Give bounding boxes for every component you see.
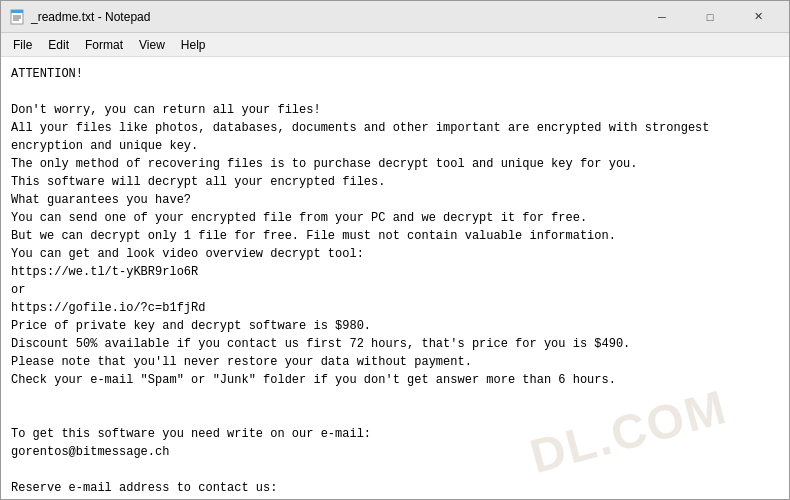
notepad-icon: [9, 9, 25, 25]
title-bar-left: _readme.txt - Notepad: [9, 9, 150, 25]
document-text: ATTENTION! Don't worry, you can return a…: [11, 65, 779, 499]
menu-file[interactable]: File: [5, 36, 40, 54]
notepad-window: _readme.txt - Notepad ─ □ ✕ File Edit Fo…: [0, 0, 790, 500]
content-area[interactable]: ATTENTION! Don't worry, you can return a…: [1, 57, 789, 499]
close-button[interactable]: ✕: [735, 3, 781, 31]
title-bar: _readme.txt - Notepad ─ □ ✕: [1, 1, 789, 33]
menu-help[interactable]: Help: [173, 36, 214, 54]
menu-edit[interactable]: Edit: [40, 36, 77, 54]
menu-view[interactable]: View: [131, 36, 173, 54]
svg-rect-1: [11, 10, 23, 13]
title-bar-buttons: ─ □ ✕: [639, 3, 781, 31]
menu-bar: File Edit Format View Help: [1, 33, 789, 57]
window-title: _readme.txt - Notepad: [31, 10, 150, 24]
minimize-button[interactable]: ─: [639, 3, 685, 31]
menu-format[interactable]: Format: [77, 36, 131, 54]
maximize-button[interactable]: □: [687, 3, 733, 31]
